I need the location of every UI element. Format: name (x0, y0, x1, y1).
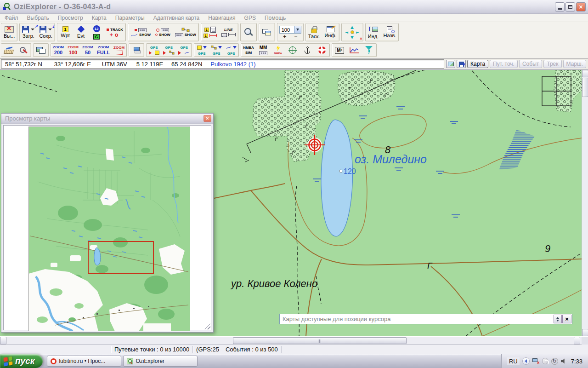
exit-map-button[interactable]: × Вы... (1, 23, 17, 41)
scroll-right-button[interactable] (574, 337, 580, 345)
menu-view[interactable]: Просмотр (58, 15, 83, 21)
resize-grip[interactable] (204, 323, 210, 329)
waypoint-button[interactable]: 1 Wpt (57, 23, 73, 41)
menu-options[interactable]: Параметры (115, 15, 145, 21)
save-button[interactable]: ↓ Сохр. (37, 23, 55, 41)
taskbar-item-browser[interactable]: lubitino.ru • Прос... (47, 356, 121, 367)
clock[interactable]: 7:33 (571, 358, 582, 365)
menu-adaptive-map[interactable]: Адаптивная карта (153, 15, 200, 21)
menu-file[interactable]: Файл (5, 15, 18, 21)
zoom-full-button[interactable]: ZOOMFULL (95, 44, 112, 57)
arrow-right-icon (149, 51, 153, 55)
combobox-spinner-button[interactable] (554, 315, 562, 323)
filter-button[interactable] (362, 44, 376, 57)
map-tools-button[interactable] (16, 44, 31, 57)
gps-get-waypoints-button[interactable]: GPS (194, 44, 209, 57)
scroll-left-button[interactable] (0, 337, 6, 345)
map-image-button[interactable] (446, 60, 455, 68)
volume-icon[interactable] (561, 358, 567, 364)
taskbar-item-oziexplorer[interactable]: OziExplorer (123, 356, 198, 367)
toolbar-main: × Вы... ↗ Загр. ↓ Сохр. 1 Wpt Evt (0, 22, 588, 42)
system-tray: RU × ↻ 7:33 (501, 354, 588, 368)
lifebuoy-button[interactable] (315, 44, 329, 57)
preview-title-bar[interactable]: Просмотр карты × (1, 114, 213, 124)
info-button[interactable]: Инф. (322, 23, 339, 41)
compass-button[interactable] (285, 44, 300, 57)
magnify-button[interactable] (241, 23, 256, 41)
zoom-dropdown-button[interactable] (294, 26, 301, 33)
lightning-icon (276, 45, 280, 51)
show-routes-button[interactable]: SHOW (173, 23, 198, 41)
tab-route-button[interactable]: Марш. (563, 60, 586, 68)
pan-pad-button[interactable]: ▲◄►▼ × (342, 23, 363, 41)
save-position-button[interactable] (457, 60, 466, 68)
event-button[interactable]: Evt (73, 23, 89, 41)
index-button[interactable]: I Инд. (366, 23, 381, 41)
maximize-button[interactable] (565, 2, 575, 12)
tab-waypoints-button[interactable]: Пут. точ. (490, 60, 518, 68)
vertical-scrollbar[interactable] (582, 70, 588, 336)
longitude-value: 33° 12,606г E (54, 61, 91, 68)
image-copy-button[interactable] (34, 44, 48, 57)
names-button[interactable]: Назв. (381, 23, 399, 41)
gps-get-routes-button[interactable]: GPS (209, 44, 224, 57)
gps-send-routes-button[interactable]: GPS (161, 44, 176, 57)
load-button[interactable]: ↗ Загр. (20, 23, 37, 41)
nmea-button[interactable]: NMEA (271, 44, 285, 57)
menu-help[interactable]: Помощь (265, 15, 286, 21)
area-measure-button[interactable]: M² (332, 44, 347, 57)
hide-icons-button[interactable] (522, 357, 530, 365)
nmea-sim-button[interactable]: NMEASIM (241, 44, 256, 57)
zoom-200-button[interactable]: ZOOM200 (51, 44, 66, 57)
zoom-50-button[interactable]: ZOOM50 (80, 44, 95, 57)
tab-map-button[interactable]: Карта (467, 60, 488, 68)
status-waypoints: Путевые точки : 0 из 10000 (111, 346, 192, 353)
waypoint-list-button[interactable]: 1 1 (201, 23, 219, 41)
menu-map[interactable]: Карта (92, 15, 107, 21)
close-button[interactable]: × (576, 2, 586, 12)
utm-zone-value: UTM 36V (102, 61, 127, 68)
title-bar[interactable]: OziExplorer - O-36-043-A-d × (0, 0, 588, 14)
horizontal-scrollbar[interactable] (0, 336, 588, 344)
scroll-down-button[interactable] (582, 329, 588, 336)
zoom-100-button[interactable]: ZOOM100 (66, 44, 80, 57)
language-indicator[interactable]: RU (507, 357, 520, 365)
lake-miledino (321, 120, 353, 236)
tab-track-button[interactable]: Трек (543, 60, 561, 68)
show-waypoints-button[interactable]: SHOW (128, 23, 153, 41)
available-maps-combobox[interactable]: Карты доступные для позиции курсора × (279, 314, 572, 324)
moving-map-button[interactable]: MM (256, 44, 271, 57)
track-control-button[interactable]: TRACK +o (104, 23, 125, 41)
line-measure-button[interactable]: LINE (219, 23, 238, 41)
start-button[interactable]: пуск (0, 354, 43, 368)
menu-gps[interactable]: GPS (244, 15, 256, 21)
profile-button[interactable] (347, 44, 362, 57)
minimize-button[interactable] (555, 2, 565, 12)
zoom-rect-button[interactable]: ZOOM (112, 44, 126, 57)
ruler-button[interactable] (1, 44, 16, 57)
gps-get-track-button[interactable]: GPS (224, 44, 238, 57)
show-events-button[interactable]: SHOW (153, 23, 173, 41)
combobox-close-button[interactable]: × (562, 315, 571, 323)
horizontal-scroll-thumb[interactable] (233, 337, 407, 344)
zoom-out-button[interactable]: − (294, 34, 297, 39)
preview-close-button[interactable]: × (204, 115, 211, 122)
screen-print-button[interactable] (129, 44, 144, 57)
zoom-in-button[interactable]: + (283, 34, 286, 39)
anchor-button[interactable] (300, 44, 315, 57)
gps-send-track-button[interactable]: GPS (176, 44, 192, 57)
zoom-select[interactable]: 100 (279, 26, 301, 34)
oziexplorer-icon (127, 358, 133, 364)
scroll-up-button[interactable] (582, 70, 588, 77)
map-point-button[interactable]: 12 C (89, 23, 104, 41)
vertical-scroll-thumb[interactable] (582, 78, 588, 97)
tab-events-button[interactable]: Событ (519, 60, 542, 68)
menu-navigation[interactable]: Навигация (208, 15, 235, 21)
windows-button[interactable] (259, 23, 275, 41)
update-icon[interactable]: ↻ (551, 358, 558, 365)
tray-opera-icon[interactable] (542, 358, 548, 364)
network-status-icon[interactable]: × (532, 358, 539, 364)
menu-select[interactable]: Выбрать (27, 15, 49, 21)
gps-send-waypoints-button[interactable]: GPS (147, 44, 161, 57)
lock-button[interactable]: Таск. (306, 23, 322, 41)
